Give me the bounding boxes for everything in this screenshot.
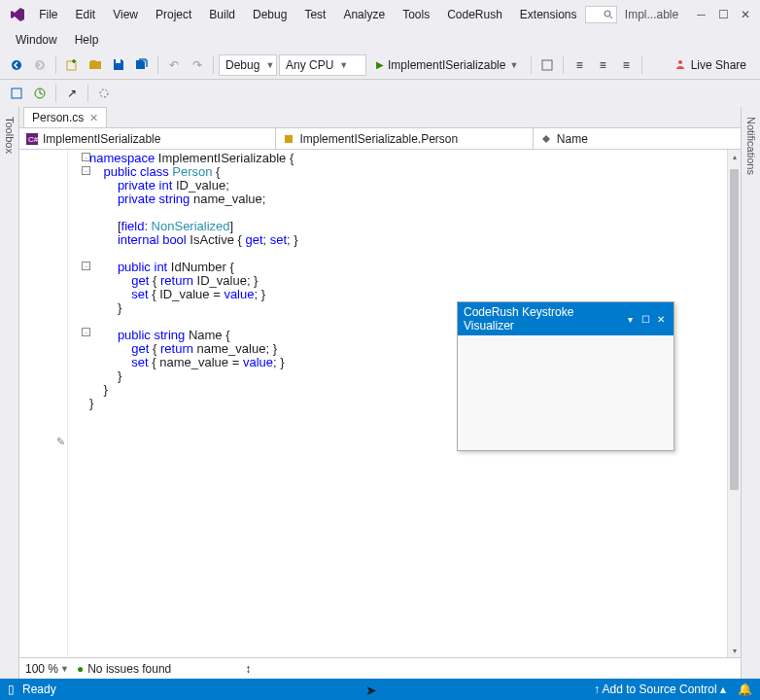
svg-rect-13 <box>285 135 293 143</box>
config-dropdown[interactable]: Debug▼ <box>219 54 277 76</box>
file-tab-person[interactable]: Person.cs ✕ <box>23 107 107 127</box>
save-all-button[interactable] <box>131 54 153 76</box>
statusbar: ▯ Ready ↑ Add to Source Control ▴ 🔔 <box>0 679 760 700</box>
tb2-btn3[interactable]: ↗ <box>61 83 83 104</box>
scroll-up-icon[interactable]: ▴ <box>728 150 741 163</box>
edit-indicator-icon: ✎ <box>56 436 65 448</box>
new-project-button[interactable] <box>61 54 83 76</box>
right-sidebar: Notifications <box>741 107 760 679</box>
nav-class-label: ImplementISerializable.Person <box>299 132 458 146</box>
file-tabs: Person.cs ✕ <box>19 107 741 128</box>
nav-class-dropdown[interactable]: ImplementISerializable.Person <box>276 128 533 149</box>
maximize-button[interactable]: ☐ <box>712 4 735 25</box>
comment-button[interactable]: ≡ <box>592 54 613 76</box>
csharp-project-icon: C# <box>25 132 39 146</box>
menu-view[interactable]: View <box>105 4 146 25</box>
popup-close-icon[interactable]: ✕ <box>654 312 668 326</box>
keystroke-visualizer-popup[interactable]: CodeRush Keystroke Visualizer ▾ ☐ ✕ <box>457 301 674 451</box>
scroll-down-icon[interactable]: ▾ <box>728 644 741 657</box>
statusbar-icon[interactable]: ▯ <box>8 682 15 696</box>
minimize-button[interactable]: ─ <box>690 4 712 25</box>
class-icon <box>282 132 295 146</box>
popup-body <box>458 335 674 450</box>
nav-back-button[interactable] <box>6 54 27 76</box>
source-control-label: Add to Source Control <box>603 682 717 696</box>
issues-label: No issues found <box>87 662 171 676</box>
menubar: File Edit View Project Build Debug Test … <box>31 4 584 25</box>
fold-toggle[interactable]: - <box>82 328 90 336</box>
close-button[interactable]: ✕ <box>734 4 756 25</box>
quick-launch-search[interactable] <box>585 6 617 23</box>
platform-label: Any CPU <box>286 58 333 72</box>
menubar-row2: Window Help <box>0 29 760 51</box>
open-file-button[interactable] <box>85 54 106 76</box>
platform-dropdown[interactable]: Any CPU▼ <box>279 54 366 76</box>
nav-project-dropdown[interactable]: C# ImplementISerializable <box>19 128 276 149</box>
popup-titlebar[interactable]: CodeRush Keystroke Visualizer ▾ ☐ ✕ <box>458 302 674 335</box>
uncomment-button[interactable]: ≡ <box>615 54 637 76</box>
config-label: Debug <box>225 58 259 72</box>
liveshare-button[interactable]: Live Share <box>666 58 754 72</box>
status-nav-button[interactable]: ↕ <box>237 658 259 680</box>
tab-close-icon[interactable]: ✕ <box>89 112 98 124</box>
tb2-btn1[interactable] <box>6 83 27 104</box>
notifications-tab[interactable]: Notifications <box>743 113 759 179</box>
tb2-btn2[interactable] <box>29 83 51 104</box>
file-tab-label: Person.cs <box>32 111 84 124</box>
fold-toggle[interactable]: - <box>82 166 90 175</box>
vertical-scrollbar[interactable]: ▴ ▾ <box>727 150 741 657</box>
start-debug-button[interactable]: ▶ImplementISerializable▼ <box>368 54 526 76</box>
menu-file[interactable]: File <box>31 4 65 25</box>
menu-analyze[interactable]: Analyze <box>335 4 393 25</box>
svg-rect-6 <box>542 60 552 70</box>
menu-window[interactable]: Window <box>8 31 65 49</box>
scroll-thumb[interactable] <box>730 169 739 490</box>
nav-forward-button[interactable] <box>29 54 51 76</box>
menu-coderush[interactable]: CodeRush <box>439 4 510 25</box>
fold-toggle[interactable]: - <box>82 153 90 161</box>
indent-button[interactable]: ≡ <box>569 54 590 76</box>
toolbox-tab[interactable]: Toolbox <box>2 113 17 158</box>
secondary-toolbar: ↗ <box>0 80 760 107</box>
property-icon <box>539 132 553 146</box>
svg-rect-8 <box>12 88 21 98</box>
save-button[interactable] <box>108 54 129 76</box>
nav-member-dropdown[interactable]: Name <box>534 128 741 149</box>
menu-debug[interactable]: Debug <box>245 4 294 25</box>
left-sidebar: Toolbox <box>0 107 19 679</box>
menu-project[interactable]: Project <box>148 4 199 25</box>
svg-point-0 <box>605 11 610 17</box>
zoom-dropdown[interactable]: 100 % ▼ <box>25 662 69 676</box>
editor-gutter: ✎ <box>19 150 68 657</box>
tb2-btn4[interactable] <box>93 83 115 104</box>
popup-dropdown-icon[interactable]: ▾ <box>623 312 637 326</box>
menu-edit[interactable]: Edit <box>68 4 104 25</box>
outline-column: - - - - <box>70 150 84 657</box>
titlebar: File Edit View Project Build Debug Test … <box>0 0 760 29</box>
notifications-bell-icon[interactable]: 🔔 <box>738 682 752 696</box>
undo-button[interactable]: ↶ <box>163 54 185 76</box>
popup-maximize-icon[interactable]: ☐ <box>639 312 652 326</box>
svg-point-2 <box>12 60 21 70</box>
menu-test[interactable]: Test <box>296 4 333 25</box>
menu-build[interactable]: Build <box>201 4 243 25</box>
menu-help[interactable]: Help <box>67 31 107 49</box>
code-editor[interactable]: ✎ - - - - namespace ImplementISerializab… <box>19 150 741 657</box>
svg-point-3 <box>35 60 45 70</box>
navigation-bar: C# ImplementISerializable ImplementISeri… <box>19 128 741 150</box>
start-label: ImplementISerializable <box>388 58 505 72</box>
search-icon <box>604 10 613 19</box>
fold-toggle[interactable]: - <box>82 262 90 270</box>
liveshare-label: Live Share <box>691 58 746 72</box>
issues-indicator[interactable]: ● No issues found <box>77 662 171 676</box>
menu-extensions[interactable]: Extensions <box>512 4 585 25</box>
check-icon: ● <box>77 662 84 676</box>
svg-rect-5 <box>116 59 121 63</box>
popup-title-label: CodeRush Keystroke Visualizer <box>464 305 621 332</box>
zoom-label: 100 % <box>25 662 58 676</box>
step-button[interactable] <box>536 54 558 76</box>
redo-button[interactable]: ↷ <box>187 54 208 76</box>
menu-tools[interactable]: Tools <box>395 4 437 25</box>
editor-area: Person.cs ✕ C# ImplementISerializable Im… <box>19 107 741 679</box>
source-control-button[interactable]: ↑ Add to Source Control ▴ <box>594 682 726 696</box>
